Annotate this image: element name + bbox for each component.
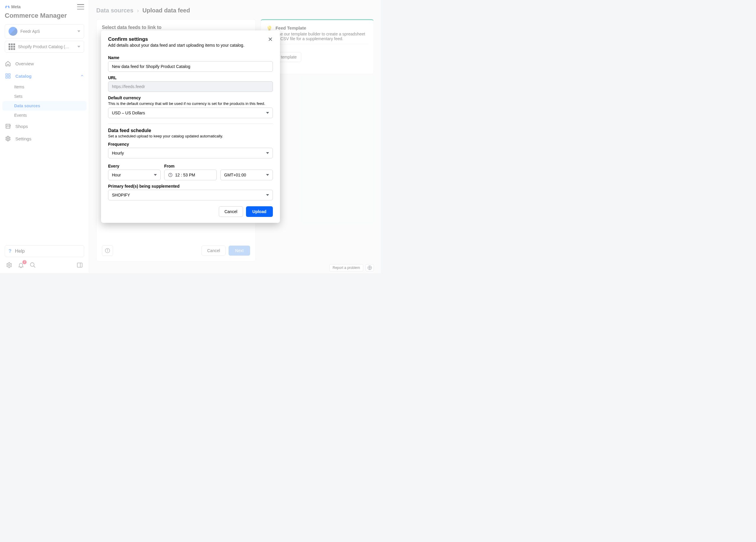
- currency-select[interactable]: USD – US Dollars: [108, 108, 273, 118]
- timezone-select[interactable]: GMT+01:00: [220, 170, 273, 180]
- every-value: Hour: [112, 172, 121, 177]
- close-icon[interactable]: ✕: [268, 36, 273, 42]
- chevron-down-icon: [154, 174, 157, 176]
- name-input[interactable]: [108, 61, 273, 72]
- modal-cancel-button[interactable]: Cancel: [219, 206, 243, 217]
- chevron-down-icon: [266, 174, 269, 176]
- chevron-down-icon: [266, 152, 269, 154]
- primary-feed-label: Primary feed(s) being supplemented: [108, 184, 273, 188]
- confirm-settings-modal: Confirm settings Add details about your …: [101, 30, 280, 223]
- modal-upload-button[interactable]: Upload: [246, 206, 273, 217]
- every-select[interactable]: Hour: [108, 170, 161, 180]
- frequency-label: Frequency: [108, 142, 273, 146]
- schedule-title: Data feed schedule: [108, 128, 273, 133]
- schedule-subtitle: Set a scheduled upload to keep your cata…: [108, 134, 273, 138]
- every-label: Every: [108, 164, 161, 168]
- primary-feed-value: SHOPIFY: [112, 193, 130, 197]
- currency-description: This is the default currency that will b…: [108, 101, 273, 106]
- modal-subtitle: Add details about your data feed and sta…: [108, 43, 245, 48]
- url-label: URL: [108, 75, 273, 80]
- modal-title: Confirm settings: [108, 36, 245, 42]
- frequency-select[interactable]: Hourly: [108, 148, 273, 158]
- primary-feed-select[interactable]: SHOPIFY: [108, 190, 273, 200]
- clock-icon: [168, 172, 173, 177]
- currency-value: USD – US Dollars: [112, 110, 145, 115]
- currency-label: Default currency: [108, 95, 273, 100]
- from-label: From: [164, 164, 217, 168]
- chevron-down-icon: [266, 112, 269, 114]
- chevron-down-icon: [266, 194, 269, 196]
- frequency-value: Hourly: [112, 151, 124, 155]
- from-value: 12 : 53 PM: [175, 172, 195, 177]
- name-label: Name: [108, 55, 273, 60]
- timezone-value: GMT+01:00: [224, 172, 246, 177]
- from-time-input[interactable]: 12 : 53 PM: [164, 170, 217, 180]
- url-input[interactable]: [108, 81, 273, 92]
